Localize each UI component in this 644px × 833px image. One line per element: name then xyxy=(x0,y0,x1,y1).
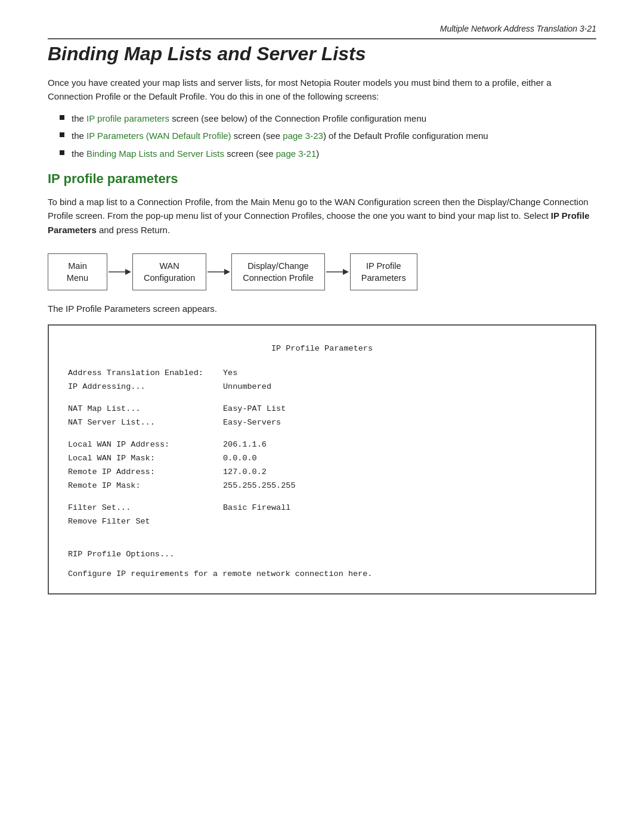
flow-arrow-1 xyxy=(109,265,131,278)
section-heading: IP profile parameters xyxy=(48,171,596,187)
link-page321[interactable]: page 3-21 xyxy=(276,148,317,159)
screen-row-ip-addr: IP Addressing... Unnumbered xyxy=(68,380,576,394)
screen-rip: RIP Profile Options... xyxy=(68,548,576,562)
link-binding[interactable]: Binding Map Lists and Server Lists xyxy=(86,148,224,159)
screen-row-remove-filter: Remove Filter Set xyxy=(68,515,576,529)
screen-footer: Configure IP requirements for a remote n… xyxy=(68,568,576,581)
header-label: Multiple Network Address Translation 3-2… xyxy=(440,24,596,33)
screen-row-remote-mask: Remote IP Mask: 255.255.255.255 xyxy=(68,479,576,493)
screen-row-nat-map: NAT Map List... Easy-PAT List xyxy=(68,402,576,416)
link-wan-default[interactable]: IP Parameters (WAN Default Profile) xyxy=(86,131,231,141)
screen-row-filter-set: Filter Set... Basic Firewall xyxy=(68,501,576,515)
intro-text: Once you have created your map lists and… xyxy=(48,76,596,104)
flow-arrow-3 xyxy=(326,265,349,278)
flow-diagram: MainMenu WANConfiguration Display/Change… xyxy=(48,253,596,291)
flow-box-wan: WANConfiguration xyxy=(132,253,206,291)
link-page323[interactable]: page 3-23 xyxy=(283,131,323,141)
screen-row-addr-trans: Address Translation Enabled: Yes xyxy=(68,367,576,380)
flow-box-ip-profile: IP ProfileParameters xyxy=(350,253,417,291)
screen-row-nat-server: NAT Server List... Easy-Servers xyxy=(68,416,576,430)
bullet-icon-1 xyxy=(60,115,64,120)
page-title: Binding Map Lists and Server Lists xyxy=(48,43,596,65)
screen-row-remote-ip: Remote IP Address: 127.0.0.2 xyxy=(68,466,576,479)
svg-marker-5 xyxy=(343,269,349,275)
bullet-icon-2 xyxy=(60,132,64,137)
screen-title: IP Profile Parameters xyxy=(68,342,576,356)
list-item-1: the IP profile parameters screen (see be… xyxy=(60,112,596,126)
screen-section-1: Address Translation Enabled: Yes IP Addr… xyxy=(68,367,576,394)
screen-box: IP Profile Parameters Address Translatio… xyxy=(48,324,596,594)
screen-section-2: NAT Map List... Easy-PAT List NAT Server… xyxy=(68,402,576,430)
flow-box-display: Display/ChangeConnection Profile xyxy=(231,253,325,291)
body-para: To bind a map list to a Connection Profi… xyxy=(48,195,596,237)
bullet-list: the IP profile parameters screen (see be… xyxy=(60,112,596,161)
flow-arrow-2 xyxy=(208,265,230,278)
appears-text: The IP Profile Parameters screen appears… xyxy=(48,304,596,314)
list-item-3: the Binding Map Lists and Server Lists s… xyxy=(60,147,596,161)
screen-section-3: Local WAN IP Address: 206.1.1.6 Local WA… xyxy=(68,438,576,493)
section-divider xyxy=(48,38,596,39)
bullet-icon-3 xyxy=(60,150,64,155)
link-ip-profile[interactable]: IP profile parameters xyxy=(86,113,169,123)
header-line: Multiple Network Address Translation 3-2… xyxy=(48,24,596,33)
svg-marker-1 xyxy=(125,269,131,275)
svg-marker-3 xyxy=(224,269,230,275)
screen-row-local-wan-mask: Local WAN IP Mask: 0.0.0.0 xyxy=(68,452,576,466)
screen-row-local-wan-ip: Local WAN IP Address: 206.1.1.6 xyxy=(68,438,576,452)
screen-section-4: Filter Set... Basic Firewall Remove Filt… xyxy=(68,501,576,529)
list-item-2: the IP Parameters (WAN Default Profile) … xyxy=(60,129,596,143)
flow-box-main: MainMenu xyxy=(48,253,107,291)
